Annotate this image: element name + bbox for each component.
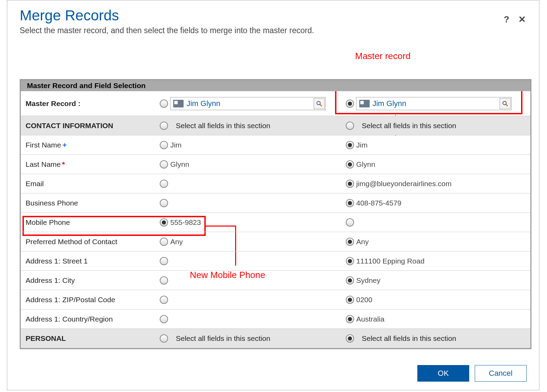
help-icon[interactable]: ?	[504, 14, 509, 25]
field-radio-a[interactable]	[160, 238, 168, 246]
field-row: Business Phone 408-875-4579	[21, 193, 530, 213]
field-radio-a[interactable]	[160, 296, 168, 304]
select-all-radio-a[interactable]	[160, 122, 168, 130]
lookup-record-b[interactable]: Jim Glynn	[356, 97, 512, 110]
dialog-title: Merge Records	[20, 7, 527, 24]
field-value-b: Sydney	[356, 276, 380, 285]
field-radio-b[interactable]	[346, 160, 354, 169]
section-header: PERSONAL Select all fields in this secti…	[21, 329, 530, 348]
select-all-text: Select all fields in this section	[362, 334, 456, 343]
field-value-a: Glynn	[170, 160, 189, 169]
field-row: First Name+ Jim Jim	[21, 135, 530, 155]
field-value-b: Australia	[356, 315, 384, 323]
field-label: Preferred Method of Contact	[21, 234, 158, 249]
record-a-name[interactable]: Jim Glynn	[186, 99, 314, 108]
select-all-text: Select all fields in this section	[362, 122, 456, 130]
field-label: Mobile Phone	[21, 215, 158, 230]
lookup-icon[interactable]	[500, 98, 511, 109]
contact-card-icon	[173, 100, 184, 107]
master-radio-a[interactable]	[160, 99, 168, 108]
field-radio-b[interactable]	[346, 218, 354, 227]
field-radio-a[interactable]	[160, 315, 168, 323]
field-label: Address 1: Country/Region	[21, 312, 158, 327]
annotation-master-record: Master record	[355, 51, 410, 61]
field-radio-a[interactable]	[160, 180, 168, 188]
field-value-b: Glynn	[356, 160, 375, 169]
lookup-record-a[interactable]: Jim Glynn	[170, 97, 326, 110]
grid-header: Master Record and Field Selection	[21, 80, 530, 91]
field-row: Preferred Method of Contact Any Any	[21, 232, 530, 251]
field-value-b: 111100 Epping Road	[356, 257, 424, 265]
field-value-b: jimg@blueyonderairlines.com	[356, 180, 452, 188]
field-row: Address 1: Street 1 111100 Epping Road	[21, 251, 530, 271]
svg-line-1	[320, 104, 322, 106]
field-radio-a[interactable]	[160, 218, 168, 227]
field-radio-a[interactable]	[160, 160, 168, 169]
select-all-text: Select all fields in this section	[176, 122, 270, 130]
ok-button[interactable]: OK	[417, 365, 469, 382]
field-radio-a[interactable]	[160, 276, 168, 285]
svg-line-3	[506, 104, 508, 106]
field-value-a: Jim	[170, 141, 182, 149]
field-radio-b[interactable]	[346, 315, 354, 323]
select-all-radio-b[interactable]	[346, 334, 354, 343]
master-record-row: Master Record : Jim Glynn J	[21, 91, 530, 116]
field-row: Address 1: Country/Region Australia	[21, 309, 530, 329]
field-radio-a[interactable]	[160, 257, 168, 265]
field-value-b: 0200	[356, 296, 372, 304]
field-row: Last Name* Glynn Glynn	[21, 155, 530, 174]
field-label: Address 1: City	[21, 273, 158, 288]
dialog-subtitle: Select the master record, and then selec…	[20, 26, 527, 35]
field-value-a: 555-9823	[170, 218, 201, 227]
field-row: Mobile Phone 555-9823	[21, 213, 530, 232]
field-radio-b[interactable]	[346, 296, 354, 304]
select-all-radio-a[interactable]	[160, 334, 168, 343]
field-value-a: Any	[170, 238, 183, 246]
field-value-b: Any	[356, 238, 369, 246]
field-radio-b[interactable]	[346, 257, 354, 265]
lookup-icon[interactable]	[314, 98, 325, 109]
select-all-text: Select all fields in this section	[176, 334, 270, 343]
field-label: Address 1: Street 1	[21, 254, 158, 269]
merge-scroll-area[interactable]: Master Record and Field Selection Master…	[20, 79, 534, 356]
section-header: CONTACT INFORMATION Select all fields in…	[21, 116, 530, 135]
svg-point-0	[317, 101, 321, 105]
dialog-header: Merge Records Select the master record, …	[7, 0, 539, 43]
close-icon[interactable]: ✕	[518, 14, 526, 25]
dialog-footer: OK Cancel	[417, 365, 527, 382]
field-row: Address 1: City Sydney	[21, 271, 530, 290]
select-all-radio-b[interactable]	[346, 122, 354, 130]
field-radio-b[interactable]	[346, 141, 354, 149]
contact-card-icon	[359, 100, 370, 107]
cancel-button[interactable]: Cancel	[475, 365, 527, 382]
field-radio-b[interactable]	[346, 238, 354, 246]
master-record-label: Master Record :	[21, 96, 158, 111]
field-row: Address 1: ZIP/Postal Code 0200	[21, 290, 530, 309]
section-title: CONTACT INFORMATION	[21, 118, 158, 133]
field-radio-a[interactable]	[160, 141, 168, 149]
field-label: Business Phone	[21, 195, 158, 211]
svg-point-2	[503, 101, 507, 105]
field-radio-b[interactable]	[346, 199, 354, 207]
merge-records-dialog: Merge Records Select the master record, …	[7, 0, 539, 390]
section-title: PERSONAL	[21, 331, 158, 346]
field-radio-b[interactable]	[346, 276, 354, 285]
field-radio-b[interactable]	[346, 180, 354, 188]
field-value-b: 408-875-4579	[356, 199, 401, 207]
master-radio-b[interactable]	[346, 99, 354, 108]
merge-grid: Master Record and Field Selection Master…	[20, 79, 531, 349]
field-label: Last Name*	[21, 157, 158, 172]
record-b-name[interactable]: Jim Glynn	[372, 99, 500, 108]
field-label: First Name+	[21, 137, 158, 153]
field-label: Email	[21, 176, 158, 191]
field-label: Address 1: ZIP/Postal Code	[21, 292, 158, 307]
field-value-b: Jim	[356, 141, 368, 149]
field-radio-a[interactable]	[160, 199, 168, 207]
field-row: Email jimg@blueyonderairlines.com	[21, 174, 530, 193]
